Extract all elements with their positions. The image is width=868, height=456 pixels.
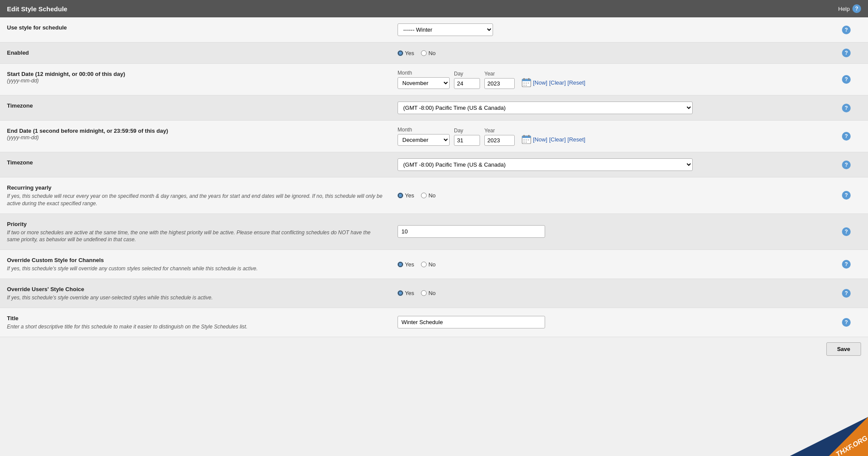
recurring-no-label[interactable]: No [421,192,436,199]
override-users-desc: If yes, this schedule's style override a… [7,294,384,302]
save-button[interactable]: Save [826,342,861,356]
row-priority: Priority If two or more schedules are ac… [0,213,868,250]
use-style-select[interactable]: ------ Winter [398,23,493,36]
end-day-label: Day [454,128,480,134]
end-year-field: Year [484,128,515,146]
start-timezone-select[interactable]: (GMT -8:00) Pacific Time (US & Canada) [398,102,693,114]
help-icon-override-channels[interactable]: ? [842,260,851,269]
control-override-users: Yes No [391,279,825,308]
svg-rect-8 [526,85,527,86]
label-override-users: Override Users' Style Choice If yes, thi… [0,279,391,308]
control-enabled: Yes No [391,43,825,64]
row-override-users: Override Users' Style Choice If yes, thi… [0,279,868,308]
help-icon-start-date[interactable]: ? [842,75,851,84]
priority-input[interactable] [398,225,545,238]
control-end-timezone: (GMT -8:00) Pacific Time (US & Canada) [391,152,825,177]
end-timezone-select[interactable]: (GMT -8:00) Pacific Time (US & Canada) [398,158,693,171]
start-now-link[interactable]: [Now] [533,79,547,86]
end-calendar-icon[interactable] [522,135,531,144]
svg-rect-7 [523,85,525,86]
svg-rect-13 [523,139,525,141]
label-use-style: Use style for schedule [0,17,391,43]
enabled-yes-radio[interactable] [398,50,403,56]
recurring-radio-group: Yes No [398,192,818,199]
start-year-label: Year [484,71,515,77]
recurring-desc: If yes, this schedule will recur every y… [7,193,384,207]
control-title [391,308,825,337]
svg-rect-2 [523,78,525,80]
main-window: Edit Style Schedule Help ? Use style for… [0,0,868,456]
end-clear-link[interactable]: [Clear] [549,136,566,143]
label-recurring: Recurring yearly If yes, this schedule w… [0,177,391,214]
start-reset-link[interactable]: [Reset] [568,79,585,86]
enabled-no-radio[interactable] [421,50,427,56]
recurring-yes-label[interactable]: Yes [398,192,414,199]
svg-rect-17 [526,141,527,143]
override-channels-no-radio[interactable] [421,262,427,267]
end-date-actions: [Now] [Clear] [Reset] [522,135,585,146]
end-year-input[interactable] [484,135,515,146]
override-channels-no-label[interactable]: No [421,261,436,268]
override-users-yes-label[interactable]: Yes [398,290,414,296]
help-icon-recurring[interactable]: ? [842,191,851,200]
end-reset-link[interactable]: [Reset] [568,136,585,143]
label-override-channels: Override Custom Style for Channels If ye… [0,250,391,279]
label-enabled: Enabled [0,43,391,64]
svg-rect-14 [526,139,527,141]
row-end-date: End Date (1 second before midnight, or 2… [0,121,868,152]
row-use-style: Use style for schedule ------ Winter ? [0,17,868,43]
help-icon-end-timezone[interactable]: ? [842,161,851,169]
label-end-date: End Date (1 second before midnight, or 2… [0,121,391,152]
row-enabled: Enabled Yes No ? [0,43,868,64]
start-clear-link[interactable]: [Clear] [549,79,566,86]
recurring-yes-radio[interactable] [398,193,403,198]
start-month-select[interactable]: JanuaryFebruaryMarch AprilMayJune JulyAu… [398,77,450,89]
title-input[interactable] [398,316,545,328]
end-now-link[interactable]: [Now] [533,136,547,143]
watermark-text: THXF.ORG [835,434,868,456]
enabled-yes-label[interactable]: Yes [398,50,414,56]
help-icon-priority[interactable]: ? [842,227,851,236]
start-year-input[interactable] [484,78,515,89]
save-row: Save [0,337,868,361]
start-calendar-icon[interactable] [522,78,531,87]
end-day-input[interactable] [454,135,480,146]
window-title: Edit Style Schedule [7,5,67,13]
help-icon-enabled[interactable]: ? [842,49,851,57]
svg-rect-4 [523,82,525,84]
help-icon-use-style[interactable]: ? [842,26,851,34]
label-start-date: Start Date (12 midnight, or 00:00 of thi… [0,64,391,95]
end-month-select[interactable]: JanuaryFebruaryMarch AprilMayJune JulyAu… [398,134,450,146]
svg-rect-3 [528,78,529,80]
override-channels-radio-group: Yes No [398,261,818,268]
override-channels-yes-radio[interactable] [398,262,403,267]
start-day-input[interactable] [454,78,480,89]
title-desc: Enter a short descriptive title for this… [7,323,384,331]
enabled-no-label[interactable]: No [421,50,436,56]
svg-marker-18 [790,417,868,456]
recurring-no-radio[interactable] [421,193,427,198]
title-help-icon[interactable]: ? [852,4,861,13]
svg-rect-12 [528,135,529,137]
svg-rect-16 [523,141,525,143]
start-date-row: Month JanuaryFebruaryMarch AprilMayJune … [398,70,818,89]
svg-marker-19 [829,417,868,456]
svg-rect-11 [523,135,525,137]
label-title: Title Enter a short descriptive title fo… [0,308,391,337]
help-icon-start-timezone[interactable]: ? [842,104,851,112]
priority-desc: If two or more schedules are active at t… [7,229,384,244]
row-start-timezone: Timezone (GMT -8:00) Pacific Time (US & … [0,95,868,121]
override-channels-yes-label[interactable]: Yes [398,261,414,268]
override-users-no-radio[interactable] [421,290,427,296]
end-day-field: Day [454,128,480,146]
override-users-no-label[interactable]: No [421,290,436,296]
watermark-svg: THXF.ORG [790,417,868,456]
start-month-label: Month [398,70,450,76]
override-users-yes-radio[interactable] [398,290,403,296]
help-icon-override-users[interactable]: ? [842,289,851,298]
start-date-actions: [Now] [Clear] [Reset] [522,78,585,89]
help-icon-title[interactable]: ? [842,318,851,327]
watermark: THXF.ORG [790,417,868,456]
help-icon-end-date[interactable]: ? [842,132,851,141]
override-channels-desc: If yes, this schedule's style will overr… [7,265,384,272]
